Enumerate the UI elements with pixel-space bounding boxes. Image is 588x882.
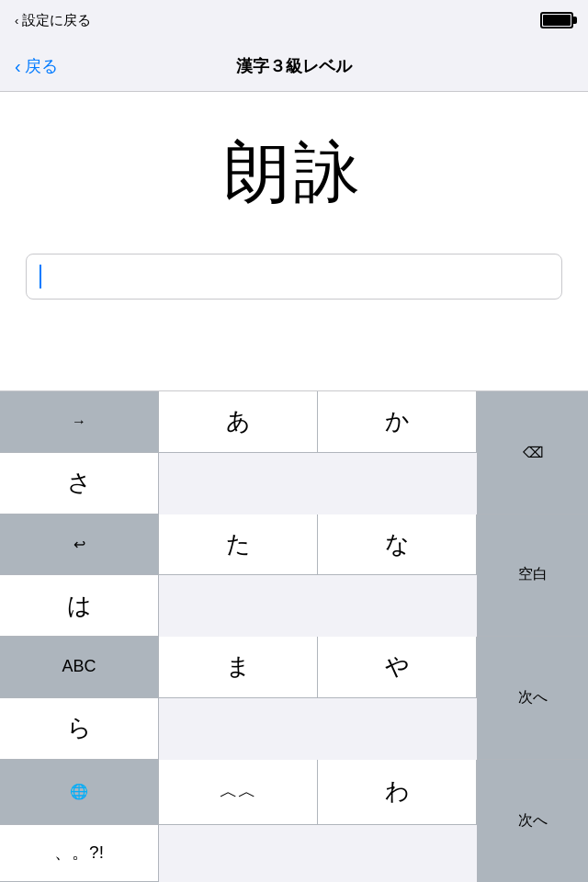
key-ka[interactable]: か [318,391,477,453]
divider-area [0,336,588,391]
key-ra[interactable]: ら [0,698,159,760]
row2-right: 空白 [478,514,588,638]
key-punctuation[interactable]: 、。?! [0,825,159,882]
battery-fill [543,15,571,26]
page: ‹ 設定に戻る ‹ 戻る 漢字３級レベル 朗詠 → あ か [0,0,588,882]
key-wa[interactable]: わ [318,760,477,825]
row4-main-keys: 🌐 ︿︿ わ 、。?! [0,760,478,883]
text-input-container [18,254,570,300]
next-key-bottom[interactable]: 次へ [478,760,588,883]
row4-right: 次へ [478,760,588,883]
kanji-word: 朗詠 [224,129,364,217]
text-cursor [40,265,41,288]
back-button[interactable]: ‹ 戻る [15,55,58,77]
battery-icon [540,12,573,28]
status-bar-back: ‹ 設定に戻る [15,12,91,29]
key-a[interactable]: あ [159,391,318,453]
answer-input[interactable] [26,254,562,300]
keyboard-row-2: ↩ た な は 空白 [0,514,588,638]
globe-icon: 🌐 [70,783,88,800]
key-globe[interactable]: 🌐 [0,760,159,825]
key-ya[interactable]: や [318,637,477,698]
keyboard-row-3: ABC ま や ら 次へ [0,637,588,760]
nav-title: 漢字３級レベル [236,55,352,77]
row1-main-keys: → あ か さ [0,391,478,514]
key-caret[interactable]: ︿︿ [159,760,318,825]
backspace-key[interactable]: ⌫ [478,391,588,514]
content-area: 朗詠 [0,92,588,336]
status-back-label: 設定に戻る [22,12,91,29]
row3-main-keys: ABC ま や ら [0,637,478,760]
status-chevron-icon: ‹ [15,14,18,28]
key-arrow[interactable]: → [0,391,159,453]
status-bar: ‹ 設定に戻る [0,0,588,40]
key-ta[interactable]: た [159,514,318,576]
row2-main-keys: ↩ た な は [0,514,478,638]
key-return[interactable]: ↩ [0,514,159,576]
chevron-left-icon: ‹ [15,57,21,75]
key-abc[interactable]: ABC [0,637,159,698]
next-key[interactable]: 次へ [478,637,588,760]
key-sa[interactable]: さ [0,453,159,514]
key-ma[interactable]: ま [159,637,318,698]
space-key[interactable]: 空白 [478,514,588,638]
back-label: 戻る [25,55,58,77]
keyboard-row-1: → あ か さ ⌫ [0,391,588,514]
key-na[interactable]: な [318,514,477,576]
keyboard: → あ か さ ⌫ ↩ た な は 空白 [0,391,588,882]
nav-bar: ‹ 戻る 漢字３級レベル [0,40,588,92]
row3-right: 次へ [478,637,588,760]
key-ha[interactable]: は [0,575,159,637]
backspace-icon: ⌫ [523,444,544,461]
row1-right: ⌫ [478,391,588,514]
keyboard-row-4: 🌐 ︿︿ わ 、。?! 次へ [0,760,588,883]
